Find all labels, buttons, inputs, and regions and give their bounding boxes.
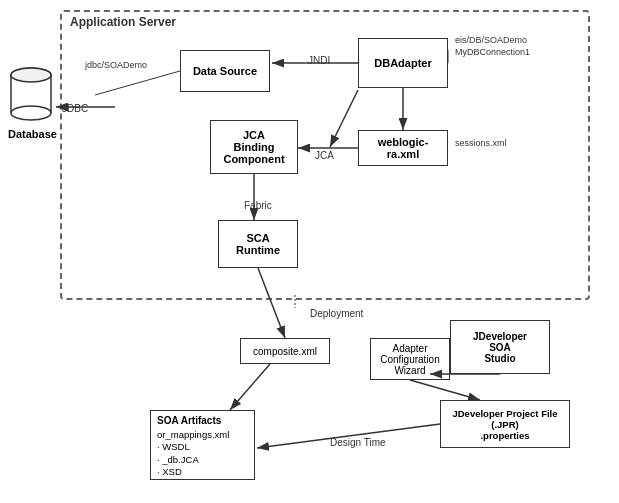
- soa-artifacts-box: SOA Artifacts or_mappings.xml · WSDL · _…: [150, 410, 255, 480]
- soa-artifacts-title: SOA Artifacts: [157, 415, 248, 426]
- soa-artifacts-list: or_mappings.xml · WSDL · _db.JCA · XSD: [157, 429, 248, 478]
- jdbc-label: JDBC: [62, 103, 88, 114]
- mydb-connection-label: MyDBConnection1: [455, 47, 530, 57]
- app-server-label: Application Server: [70, 15, 176, 29]
- sessions-xml-label: sessions.xml: [455, 138, 507, 148]
- svg-point-5: [11, 68, 51, 82]
- svg-line-16: [230, 364, 270, 410]
- jca-binding-box: JCA Binding Component: [210, 120, 298, 174]
- jdeveloper-project-box: JDeveloper Project File (.JPR) .properti…: [440, 400, 570, 448]
- data-source-box: Data Source: [180, 50, 270, 92]
- jdbc-soademo-label: jdbc/SOADemo: [85, 60, 147, 70]
- svg-point-4: [11, 106, 51, 120]
- database-label: Database: [8, 128, 54, 140]
- adapter-config-box: Adapter Configuration Wizard: [370, 338, 450, 380]
- sca-runtime-box: SCA Runtime: [218, 220, 298, 268]
- composite-xml-box: composite.xml: [240, 338, 330, 364]
- design-time-label: Design Time: [330, 437, 386, 448]
- jdeveloper-soa-box: JDeveloper SOA Studio: [450, 320, 550, 374]
- jca-label: JCA: [315, 150, 334, 161]
- dbadapter-box: DBAdapter: [358, 38, 448, 88]
- weblogic-ra-box: weblogic-ra.xml: [358, 130, 448, 166]
- svg-line-18: [410, 380, 480, 400]
- jndi-label: JNDI: [308, 55, 330, 66]
- fabric-label: Fabric: [244, 200, 272, 211]
- eis-db-label: eis/DB/SOADemo: [455, 35, 527, 45]
- database-icon: [8, 65, 54, 125]
- deployment-label: Deployment: [310, 308, 363, 319]
- diagram-container: Application Server Database Data Source …: [0, 0, 619, 503]
